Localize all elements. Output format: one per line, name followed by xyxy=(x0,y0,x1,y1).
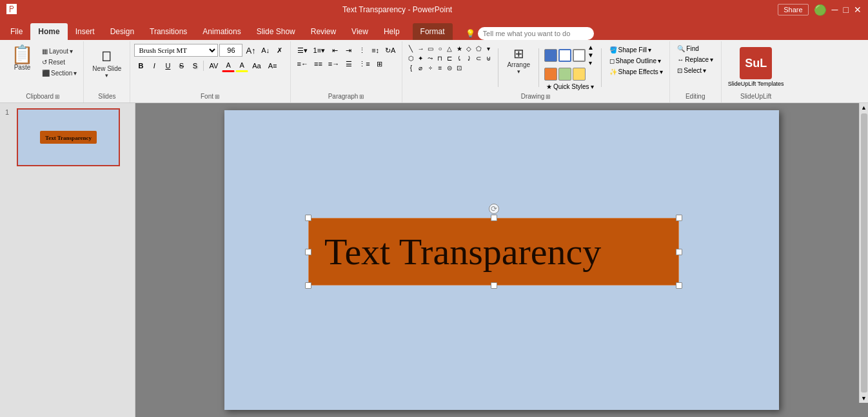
shape16-icon[interactable]: ⊡ xyxy=(455,63,464,72)
shape14-icon[interactable]: ≡ xyxy=(435,63,444,72)
shape-star-icon[interactable]: ★ xyxy=(455,44,464,53)
handle-top-left[interactable] xyxy=(305,215,311,221)
slide-thumbnail-1[interactable]: 1 Text Transparency xyxy=(5,108,130,166)
shape-arrow-icon[interactable]: → xyxy=(416,44,425,53)
qs-white[interactable] xyxy=(558,49,571,62)
text-direction-button[interactable]: ↻A xyxy=(382,44,398,57)
shape11-icon[interactable]: { xyxy=(406,63,415,72)
align-center-button[interactable]: ≡≡ xyxy=(311,57,325,70)
slide-preview-1[interactable]: Text Transparency xyxy=(17,108,120,166)
shape-line-icon[interactable]: ╲ xyxy=(406,44,415,53)
tab-slideshow[interactable]: Slide Show xyxy=(249,23,303,40)
tab-help[interactable]: Help xyxy=(376,23,408,40)
text-columns-button[interactable]: ⋮≡ xyxy=(356,57,372,70)
maximize-button[interactable]: □ xyxy=(843,5,849,15)
align-right-button[interactable]: ≡→ xyxy=(326,57,342,70)
quick-styles-scroll-up[interactable]: ▲ xyxy=(587,44,595,51)
quick-styles-scroll-down[interactable]: ▼ xyxy=(587,52,595,59)
handle-middle-left[interactable] xyxy=(305,249,311,255)
handle-top-middle[interactable] xyxy=(491,215,497,221)
italic-button[interactable]: I xyxy=(148,59,161,72)
handle-bottom-left[interactable] xyxy=(305,282,311,289)
handle-top-right[interactable] xyxy=(676,215,682,221)
text-box[interactable]: Text Transparency xyxy=(308,218,679,286)
shapes-more-icon[interactable]: ▾ xyxy=(484,44,493,53)
paragraph-expand-icon[interactable]: ⊞ xyxy=(359,93,364,100)
font-decrease-button[interactable]: A↓ xyxy=(259,44,272,57)
shape-rect-icon[interactable]: ▭ xyxy=(426,44,435,53)
line-spacing-button[interactable]: ≡↕ xyxy=(369,44,382,57)
minimize-button[interactable]: ─ xyxy=(832,5,838,15)
tab-view[interactable]: View xyxy=(344,23,376,40)
drawing-expand-icon[interactable]: ⊞ xyxy=(546,93,551,100)
share-button[interactable]: Share xyxy=(778,4,808,15)
qs-orange[interactable] xyxy=(544,68,557,81)
align-left-button[interactable]: ≡← xyxy=(295,57,311,70)
column-button[interactable]: ⋮ xyxy=(355,44,368,57)
shape-oval-icon[interactable]: ○ xyxy=(435,44,444,53)
qs-gray[interactable] xyxy=(573,49,586,62)
text-box-container[interactable]: ⟳ Text T xyxy=(308,204,679,286)
qs-green[interactable] xyxy=(558,68,571,81)
close-button[interactable]: ✕ xyxy=(854,5,862,15)
shape6-icon[interactable]: ⊏ xyxy=(445,53,454,63)
tab-format[interactable]: Format xyxy=(413,23,453,40)
tab-review[interactable]: Review xyxy=(303,23,344,40)
shape-tri-icon[interactable]: △ xyxy=(445,44,454,53)
shape9-icon[interactable]: ⊂ xyxy=(474,53,483,63)
select-button[interactable]: ⊡ Select ▾ xyxy=(675,66,716,75)
strikethrough-button[interactable]: S xyxy=(175,59,188,72)
bullets-button[interactable]: ☰▾ xyxy=(295,44,310,57)
new-slide-button[interactable]: 🗌 New Slide ▾ xyxy=(88,45,126,82)
shape10-icon[interactable]: ⊎ xyxy=(484,53,493,63)
qs-blue[interactable] xyxy=(544,49,557,62)
handle-middle-right[interactable] xyxy=(676,249,682,255)
replace-button[interactable]: ↔ Replace ▾ xyxy=(675,55,716,64)
tab-insert[interactable]: Insert xyxy=(68,23,103,40)
change-case-button[interactable]: Aa xyxy=(249,59,264,72)
shape-effects-button[interactable]: ✨ Shape Effects ▾ xyxy=(607,67,666,77)
decrease-indent-button[interactable]: ⇤ xyxy=(328,44,341,57)
handle-bottom-right[interactable] xyxy=(676,282,682,289)
shape13-icon[interactable]: ÷ xyxy=(426,63,435,72)
bold-button[interactable]: B xyxy=(134,59,147,72)
reset-button[interactable]: ↺ Reset xyxy=(39,57,79,67)
section-button[interactable]: ⬛ Section ▾ xyxy=(39,68,79,78)
tell-me-input[interactable] xyxy=(478,27,594,40)
increase-indent-button[interactable]: ⇥ xyxy=(342,44,355,57)
quick-styles-more[interactable]: ▾ xyxy=(587,59,595,66)
qs-yellow[interactable] xyxy=(573,68,586,81)
clear-format-button[interactable]: ✗ xyxy=(273,44,286,57)
shape7-icon[interactable]: ⤹ xyxy=(455,53,464,63)
tab-transitions[interactable]: Transitions xyxy=(142,23,195,40)
scrollbar-up-arrow[interactable]: ▲ xyxy=(860,103,868,112)
slideuplift-logo[interactable]: SuL xyxy=(740,47,772,79)
shape-fill-button[interactable]: 🪣 Shape Fill ▾ xyxy=(607,45,666,55)
shape15-icon[interactable]: ⊝ xyxy=(445,63,454,72)
shape3-icon[interactable]: ✦ xyxy=(416,53,425,63)
canvas-scrollbar-v[interactable]: ▲ ▼ xyxy=(859,103,868,403)
font-family-select[interactable]: Brush Script MT xyxy=(134,44,218,57)
rotate-handle[interactable]: ⟳ xyxy=(489,204,499,214)
shape12-icon[interactable]: ⌀ xyxy=(416,63,425,72)
font-increase-button[interactable]: A↑ xyxy=(244,44,257,57)
tab-file[interactable]: File xyxy=(3,23,30,40)
font-expand-icon[interactable]: ⊞ xyxy=(215,93,220,100)
font-color-button[interactable]: A xyxy=(222,59,235,72)
tab-home[interactable]: Home xyxy=(30,23,67,40)
clipboard-expand-icon[interactable]: ⊞ xyxy=(55,93,60,100)
shape8-icon[interactable]: ⤸ xyxy=(464,53,473,63)
scrollbar-down-arrow[interactable]: ▼ xyxy=(860,394,868,403)
paste-button[interactable]: 📋 Paste xyxy=(6,44,38,73)
find-button[interactable]: 🔍 Find xyxy=(675,44,716,53)
font-size-btn2[interactable]: A≡ xyxy=(265,59,281,72)
layout-button[interactable]: ▦ Layout ▾ xyxy=(39,46,79,56)
shape2-icon[interactable]: ⬡ xyxy=(406,53,415,63)
text-shadow-button[interactable]: S xyxy=(188,59,201,72)
char-spacing-button[interactable]: AV xyxy=(206,59,221,72)
justify-button[interactable]: ☰ xyxy=(342,57,355,70)
font-size-input[interactable] xyxy=(219,44,242,57)
underline-button[interactable]: U xyxy=(161,59,174,72)
shape5-icon[interactable]: ⊓ xyxy=(435,53,444,63)
shape-dia-icon[interactable]: ◇ xyxy=(464,44,473,53)
